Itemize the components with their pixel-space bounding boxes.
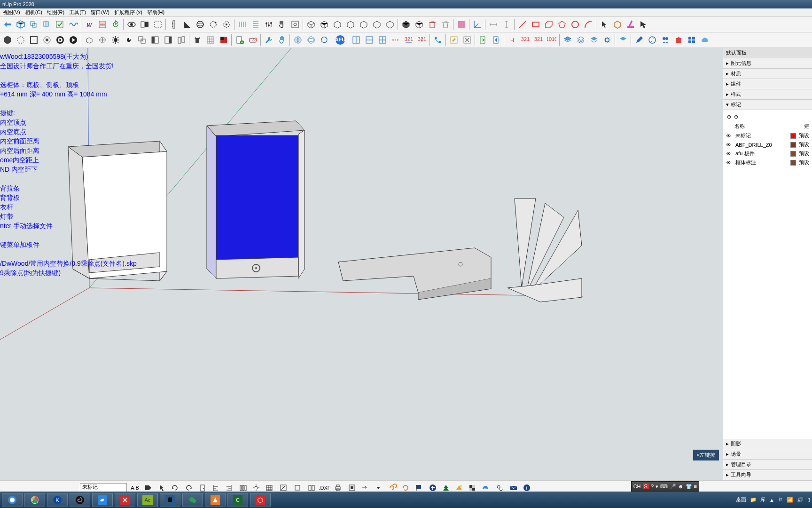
- col-name[interactable]: 名称: [734, 123, 745, 130]
- t2-sun-icon[interactable]: [109, 34, 122, 46]
- tb-ac-icon[interactable]: Ac: [137, 493, 158, 507]
- t2-people-icon[interactable]: [659, 34, 671, 46]
- t2-hand-icon[interactable]: [276, 34, 288, 46]
- t2-target-icon[interactable]: [41, 34, 53, 46]
- system-tray[interactable]: 桌面 📁 库 ▲ ⚐ 📶 🔊 ▯: [736, 496, 810, 503]
- tool-iso7-icon[interactable]: [384, 18, 396, 31]
- t2-globe-icon[interactable]: [292, 34, 304, 46]
- tool-iso2-icon[interactable]: [318, 18, 330, 31]
- menu-tools[interactable]: 工具(T): [67, 9, 88, 16]
- t2-pages-icon[interactable]: [175, 34, 187, 46]
- t2-globe2-icon[interactable]: [305, 34, 317, 46]
- t2-panel-icon[interactable]: [149, 34, 161, 46]
- ime-keyboard-icon[interactable]: ⌨: [660, 484, 668, 490]
- t2-copy-icon[interactable]: [136, 34, 148, 46]
- tool-iso5-icon[interactable]: [358, 18, 370, 31]
- menu-view[interactable]: 视图(V): [1, 9, 22, 16]
- t2-edit-icon[interactable]: [448, 34, 460, 46]
- t2-sp2-icon[interactable]: [363, 34, 375, 46]
- t2-red-sq-icon[interactable]: [218, 34, 230, 46]
- tool-slider-icon[interactable]: [263, 18, 275, 31]
- tool-delete-icon[interactable]: [426, 18, 438, 31]
- section-tags[interactable]: ▾标记: [723, 100, 812, 110]
- tray-up-icon[interactable]: ▲: [769, 497, 774, 503]
- ime-mic-icon[interactable]: 🎤: [670, 484, 676, 490]
- tool-iso4-icon[interactable]: [344, 18, 357, 31]
- ime-caret-icon[interactable]: ▾: [656, 484, 658, 490]
- t2-pen-icon[interactable]: [633, 34, 645, 46]
- tool-list-icon[interactable]: [96, 18, 109, 31]
- tool-w-icon[interactable]: W: [83, 18, 95, 31]
- t2-export-icon[interactable]: [477, 34, 489, 46]
- col-short[interactable]: 短: [804, 123, 809, 130]
- t2-grid4-icon[interactable]: [686, 34, 698, 46]
- swatch-icon[interactable]: [790, 151, 796, 157]
- t2-push-icon[interactable]: [83, 34, 95, 46]
- tool-box3-icon[interactable]: [41, 18, 53, 31]
- tool-line-icon[interactable]: [516, 18, 529, 31]
- section-scenes[interactable]: ▸场景: [723, 449, 812, 460]
- tool-rect2-icon[interactable]: [543, 18, 555, 31]
- tb-orange-icon[interactable]: [205, 493, 226, 507]
- t2-wrench-icon[interactable]: [263, 34, 275, 46]
- tool-ruler-icon[interactable]: [168, 18, 180, 31]
- tray-shield-icon[interactable]: ⚐: [778, 497, 783, 503]
- tool-dim-v-icon[interactable]: [500, 18, 513, 31]
- t2-new-icon[interactable]: [234, 34, 246, 46]
- tool-marker-icon[interactable]: [625, 18, 637, 31]
- t2-circle-solid-icon[interactable]: [1, 34, 14, 46]
- tool-rect-icon[interactable]: [530, 18, 542, 31]
- t2-move-icon[interactable]: [96, 34, 109, 46]
- tool-select-icon[interactable]: [152, 18, 164, 31]
- tb-sketchup-icon[interactable]: [250, 493, 271, 507]
- tool-hand-icon[interactable]: [1, 18, 14, 31]
- t2-cancel-icon[interactable]: [461, 34, 473, 46]
- tool-cube-wire-icon[interactable]: [413, 18, 425, 31]
- tool-orbit-icon[interactable]: [194, 18, 206, 31]
- ime-menu-icon[interactable]: ≡: [694, 484, 697, 489]
- tray-sound-icon[interactable]: 🔊: [797, 497, 804, 503]
- t2-dash-icon[interactable]: [390, 34, 402, 46]
- tb-spiral-icon[interactable]: [70, 493, 90, 507]
- tool-eye-icon[interactable]: [125, 18, 138, 31]
- t2-1010-icon[interactable]: 1010: [546, 34, 558, 46]
- tool-arrow-icon[interactable]: [638, 18, 650, 31]
- section-instructor[interactable]: ▸工具向导: [723, 470, 812, 480]
- tool-rotate-icon[interactable]: [207, 18, 219, 31]
- t2-panel2-icon[interactable]: [162, 34, 174, 46]
- t2-321c-icon[interactable]: 321: [519, 34, 531, 46]
- swatch-icon[interactable]: [790, 133, 796, 139]
- tool-target-icon[interactable]: [289, 18, 301, 31]
- t2-play-icon[interactable]: [67, 34, 79, 46]
- t2-sun-half-icon[interactable]: [123, 34, 135, 46]
- tool-pointer-icon[interactable]: [598, 18, 610, 31]
- tray-title[interactable]: 默认面板: [723, 48, 812, 58]
- tb-red-icon[interactable]: [115, 493, 135, 507]
- tool-twopane-icon[interactable]: [139, 18, 151, 31]
- tool-box2-icon[interactable]: [28, 18, 40, 31]
- tool-box-icon[interactable]: [15, 18, 27, 31]
- tool-wave-icon[interactable]: [67, 18, 79, 31]
- start-button[interactable]: [2, 493, 23, 507]
- tag-row[interactable]: 👁 afu-板件 预设: [725, 149, 810, 158]
- visibility-icon[interactable]: 👁: [726, 151, 733, 157]
- ime-help-icon[interactable]: ?: [651, 484, 654, 489]
- tool-axes-icon[interactable]: [471, 18, 484, 31]
- t2-ext-icon[interactable]: [672, 34, 685, 46]
- tag-row[interactable]: 👁 框体标注 预设: [725, 158, 810, 167]
- t2-square-icon[interactable]: [28, 34, 40, 46]
- t2-321d-icon[interactable]: 321: [532, 34, 545, 46]
- t2-321b-icon[interactable]: 321: [416, 34, 428, 46]
- tool-pink-icon[interactable]: [455, 18, 468, 31]
- section-shadows[interactable]: ▸阴影: [723, 439, 812, 449]
- t2-gear-icon[interactable]: [601, 34, 613, 46]
- t2-layers-e-icon[interactable]: [617, 34, 629, 46]
- ime-shirt-icon[interactable]: 👕: [686, 484, 692, 490]
- section-entity-info[interactable]: ▸图元信息: [723, 58, 812, 69]
- tray-batt-icon[interactable]: ▯: [807, 497, 810, 503]
- tool-iso3-icon[interactable]: [331, 18, 344, 31]
- t2-h-icon[interactable]: H: [506, 34, 518, 46]
- t2-import-icon[interactable]: [490, 34, 502, 46]
- tool-cube-solid-icon[interactable]: [400, 18, 412, 31]
- tool-arc-icon[interactable]: [582, 18, 594, 31]
